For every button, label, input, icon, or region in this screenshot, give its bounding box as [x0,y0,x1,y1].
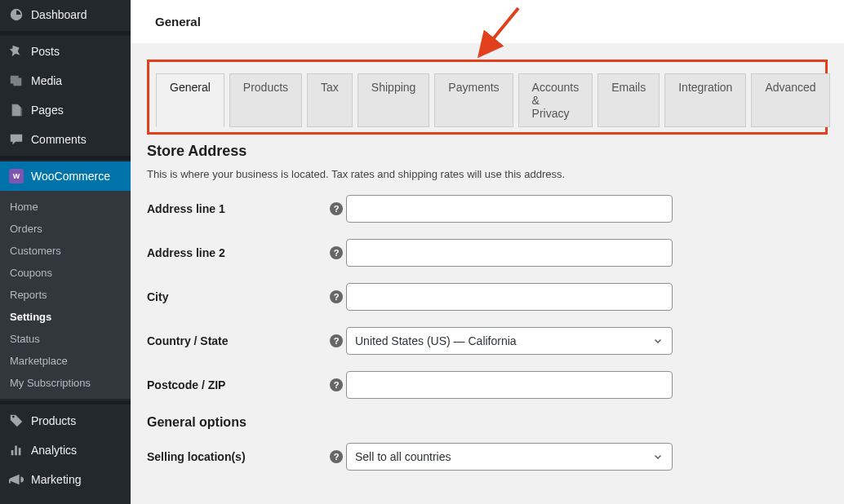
sidebar-item-media[interactable]: Media [0,66,131,95]
page-header: General [131,0,844,43]
sidebar-item-label: Products [31,414,76,427]
submenu-item-subscriptions[interactable]: My Subscriptions [0,372,131,394]
main-content: General General Products Tax Shipping Pa… [131,0,844,504]
settings-tabs-highlight: General Products Tax Shipping Payments A… [147,60,828,135]
label-selling-locations: Selling location(s) [147,450,326,463]
store-address-desc: This is where your business is located. … [147,168,828,180]
submenu-item-reports[interactable]: Reports [0,284,131,306]
help-country[interactable]: ? [326,334,346,347]
tab-shipping[interactable]: Shipping [358,73,430,127]
submenu-item-marketplace[interactable]: Marketplace [0,350,131,372]
settings-content: General Products Tax Shipping Payments A… [131,43,844,487]
row-address1: Address line 1 ? [147,195,828,223]
help-icon: ? [330,290,343,303]
help-postcode[interactable]: ? [326,378,346,391]
help-icon: ? [330,450,343,463]
sidebar-item-analytics[interactable]: Analytics [0,435,131,465]
label-address1: Address line 1 [147,202,326,215]
tab-advanced[interactable]: Advanced [751,73,829,127]
media-icon [8,73,24,89]
select-country-state[interactable]: United States (US) — California [346,327,673,355]
menu-separator [0,400,131,405]
input-postcode[interactable] [346,371,673,399]
tab-general[interactable]: General [156,73,224,127]
help-selling-locations[interactable]: ? [326,450,346,463]
analytics-icon [8,442,24,458]
pin-icon [8,43,24,60]
dashboard-icon [8,7,24,23]
label-postcode: Postcode / ZIP [147,378,326,391]
sidebar-item-label: Dashboard [31,8,87,21]
tab-emails[interactable]: Emails [597,73,660,127]
help-icon: ? [330,202,343,215]
row-address2: Address line 2 ? [147,239,828,267]
help-address1[interactable]: ? [326,202,346,215]
sidebar-item-label: Posts [31,45,60,58]
input-city[interactable] [346,283,673,311]
products-icon [8,413,24,429]
sidebar-item-marketing[interactable]: Marketing [0,465,131,494]
tab-products[interactable]: Products [229,73,302,127]
label-address2: Address line 2 [147,246,326,259]
select-value: United States (US) — California [355,334,517,347]
chevron-down-icon [652,451,664,462]
woocommerce-submenu: Home Orders Customers Coupons Reports Se… [0,191,131,399]
help-city[interactable]: ? [326,290,346,303]
submenu-item-settings[interactable]: Settings [0,306,131,328]
input-address2[interactable] [346,239,673,267]
sidebar-item-label: Marketing [31,473,81,486]
tab-accounts-privacy[interactable]: Accounts & Privacy [518,73,593,127]
select-selling-locations[interactable]: Sell to all countries [346,443,673,471]
select-value: Sell to all countries [355,450,451,463]
submenu-item-home[interactable]: Home [0,196,131,218]
row-selling-locations: Selling location(s) ? Sell to all countr… [147,443,828,471]
help-icon: ? [330,334,343,347]
label-country: Country / State [147,334,326,347]
help-icon: ? [330,246,343,259]
sidebar-item-pages[interactable]: Pages [0,95,131,125]
row-country: Country / State ? United States (US) — C… [147,327,828,355]
submenu-item-coupons[interactable]: Coupons [0,262,131,284]
sidebar-item-posts[interactable]: Posts [0,37,131,66]
chevron-down-icon [652,335,664,347]
help-icon: ? [330,378,343,391]
sidebar-item-products[interactable]: Products [0,406,131,435]
submenu-item-customers[interactable]: Customers [0,240,131,262]
submenu-item-status[interactable]: Status [0,328,131,350]
submenu-item-orders[interactable]: Orders [0,218,131,240]
sidebar-item-label: Pages [31,104,64,117]
row-city: City ? [147,283,828,311]
sidebar-item-dashboard[interactable]: Dashboard [0,0,131,29]
sidebar-item-label: Comments [31,133,87,146]
general-options-heading: General options [147,415,828,430]
pages-icon [8,102,24,118]
input-address1[interactable] [346,195,673,223]
sidebar-item-label: Analytics [31,444,77,457]
menu-separator [0,31,131,35]
row-postcode: Postcode / ZIP ? [147,371,828,399]
sidebar-item-woocommerce[interactable]: W WooCommerce [0,161,131,191]
tab-integration[interactable]: Integration [664,73,746,127]
woo-icon: W [8,168,24,184]
comments-icon [8,131,24,148]
help-address2[interactable]: ? [326,246,346,259]
sidebar-item-label: Media [31,74,62,87]
page-title: General [155,15,201,29]
label-city: City [147,290,326,303]
sidebar-item-comments[interactable]: Comments [0,125,131,154]
menu-separator [0,156,131,160]
tab-tax[interactable]: Tax [307,73,353,127]
store-address-heading: Store Address [147,143,828,160]
admin-sidebar: Dashboard Posts Media Pages Comments W W… [0,0,131,504]
marketing-icon [8,471,24,488]
tab-payments[interactable]: Payments [434,73,513,127]
sidebar-item-label: WooCommerce [31,170,110,183]
